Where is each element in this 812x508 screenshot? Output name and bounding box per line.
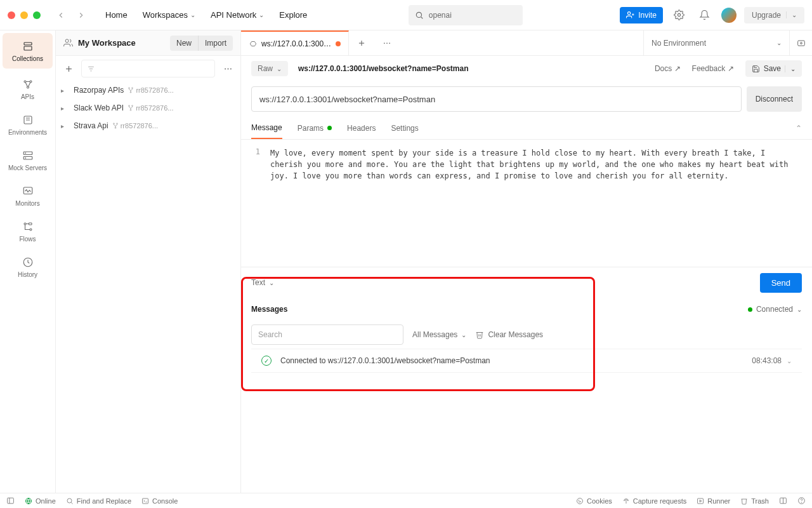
close-window-icon[interactable] bbox=[8, 11, 15, 19]
collection-item[interactable]: ▸ Strava Api rr8572876... bbox=[56, 117, 240, 135]
nav-explore[interactable]: Explore bbox=[275, 8, 311, 22]
nav-api-network[interactable]: API Network⌄ bbox=[207, 8, 268, 22]
disconnect-button[interactable]: Disconnect bbox=[747, 86, 802, 112]
fork-badge: rr8572876... bbox=[112, 122, 158, 130]
terminal-icon bbox=[141, 497, 149, 505]
rail-collections[interactable]: Collections bbox=[3, 33, 53, 69]
fork-badge: rr8572876... bbox=[128, 104, 173, 112]
protocol-selector[interactable]: Raw⌄ bbox=[251, 61, 288, 76]
chevron-down-icon[interactable]: ⌄ bbox=[786, 11, 797, 18]
chevron-down-icon: ⌄ bbox=[277, 65, 282, 72]
fork-icon bbox=[128, 105, 134, 111]
svg-rect-57 bbox=[698, 498, 704, 504]
rail-mock-servers[interactable]: Mock Servers bbox=[0, 142, 55, 178]
notifications-button[interactable] bbox=[696, 6, 714, 24]
url-input[interactable]: ws://127.0.0.1:3001/websocket?name=Postm… bbox=[251, 86, 742, 112]
cookies-button[interactable]: Cookies bbox=[576, 497, 612, 505]
environment-quick-look[interactable] bbox=[789, 30, 812, 55]
user-avatar[interactable] bbox=[721, 8, 737, 23]
svg-rect-19 bbox=[29, 223, 32, 225]
svg-rect-16 bbox=[23, 187, 32, 194]
svg-point-30 bbox=[129, 88, 130, 89]
users-icon bbox=[63, 38, 73, 48]
filter-input[interactable] bbox=[81, 60, 215, 77]
docs-link[interactable]: Docs ↗ bbox=[655, 64, 681, 73]
svg-point-42 bbox=[386, 43, 388, 44]
sidebar-more-button[interactable] bbox=[220, 61, 235, 76]
save-button[interactable]: Save ⌄ bbox=[745, 60, 802, 77]
capture-requests-button[interactable]: Capture requests bbox=[622, 497, 686, 505]
find-replace-button[interactable]: Find and Replace bbox=[66, 497, 131, 505]
new-tab-button[interactable] bbox=[349, 30, 374, 55]
tab-message[interactable]: Message bbox=[251, 117, 282, 139]
tab-headers[interactable]: Headers bbox=[347, 117, 376, 139]
nav-forward-button[interactable] bbox=[74, 8, 89, 23]
nav-back-button[interactable] bbox=[53, 8, 69, 23]
message-format-selector[interactable]: Text⌄ bbox=[251, 278, 274, 287]
search-icon bbox=[415, 11, 424, 20]
message-log-row[interactable]: ✓ Connected to ws://127.0.0.1:3001/webso… bbox=[251, 349, 802, 373]
svg-point-0 bbox=[416, 12, 421, 17]
workspace-title[interactable]: My Workspace bbox=[78, 38, 136, 48]
svg-rect-6 bbox=[24, 43, 32, 45]
send-button[interactable]: Send bbox=[760, 273, 802, 293]
collection-item[interactable]: ▸ Razorpay APIs rr8572876... bbox=[56, 81, 240, 99]
runner-button[interactable]: Runner bbox=[697, 497, 730, 505]
trash-button[interactable]: Trash bbox=[740, 497, 769, 505]
collections-list: ▸ Razorpay APIs rr8572876... ▸ Slack Web… bbox=[56, 81, 240, 493]
server-icon bbox=[22, 149, 34, 162]
connection-status[interactable]: Connected ⌄ bbox=[748, 305, 802, 314]
upgrade-button[interactable]: Upgrade⌄ bbox=[744, 7, 804, 23]
line-number: 1 bbox=[251, 147, 260, 259]
eye-icon bbox=[796, 38, 806, 48]
console-button[interactable]: Console bbox=[141, 497, 178, 505]
plus-icon bbox=[64, 64, 74, 74]
rail-environments[interactable]: Environments bbox=[0, 107, 55, 142]
toggle-sidebar-button[interactable] bbox=[6, 497, 15, 505]
help-button[interactable] bbox=[797, 497, 806, 505]
svg-point-56 bbox=[579, 502, 580, 502]
import-button[interactable]: Import bbox=[199, 36, 233, 51]
svg-point-36 bbox=[113, 123, 114, 124]
global-search[interactable]: openai bbox=[409, 5, 523, 25]
tabs-more-button[interactable] bbox=[374, 30, 400, 55]
minimize-window-icon[interactable] bbox=[20, 11, 28, 19]
rail-history[interactable]: History bbox=[0, 249, 55, 284]
tab-settings[interactable]: Settings bbox=[391, 117, 418, 139]
rail-monitors[interactable]: Monitors bbox=[0, 178, 55, 213]
trash-icon bbox=[740, 497, 748, 505]
chevron-down-icon: ⌄ bbox=[797, 306, 802, 313]
svg-point-54 bbox=[579, 500, 579, 500]
message-editor[interactable]: 1 My love, every moment spent by your si… bbox=[241, 140, 812, 267]
chevron-right-icon: ▸ bbox=[61, 105, 70, 112]
unsaved-indicator-icon bbox=[336, 41, 341, 46]
feedback-link[interactable]: Feedback ↗ bbox=[692, 64, 734, 73]
environment-selector[interactable]: No Environment ⌄ bbox=[643, 30, 789, 55]
bell-icon bbox=[699, 10, 710, 20]
messages-search[interactable]: Search bbox=[251, 324, 403, 345]
invite-button[interactable]: Invite bbox=[620, 7, 663, 23]
rail-apis[interactable]: APIs bbox=[0, 71, 55, 107]
chevron-down-icon[interactable]: ⌄ bbox=[785, 65, 796, 72]
request-tab[interactable]: ws://127.0.0.1:3001/wet bbox=[241, 30, 349, 55]
messages-filter[interactable]: All Messages⌄ bbox=[412, 330, 466, 339]
search-icon bbox=[66, 497, 74, 505]
two-pane-button[interactable] bbox=[779, 497, 787, 505]
svg-rect-7 bbox=[24, 46, 32, 50]
new-button[interactable]: New bbox=[170, 36, 199, 51]
svg-point-8 bbox=[24, 81, 26, 83]
nav-home[interactable]: Home bbox=[102, 8, 131, 22]
settings-button[interactable] bbox=[671, 6, 688, 24]
maximize-window-icon[interactable] bbox=[33, 11, 41, 19]
add-collection-button[interactable] bbox=[61, 61, 76, 76]
collection-item[interactable]: ▸ Slack Web API rr8572876... bbox=[56, 99, 240, 117]
svg-point-45 bbox=[800, 42, 802, 44]
status-online[interactable]: Online bbox=[25, 497, 56, 505]
collapse-request-button[interactable]: ⌃ bbox=[796, 124, 802, 133]
chevron-down-icon: ⌄ bbox=[776, 39, 782, 46]
tab-params[interactable]: Params bbox=[298, 117, 332, 139]
rail-flows[interactable]: Flows bbox=[0, 213, 55, 249]
nav-workspaces[interactable]: Workspaces⌄ bbox=[139, 8, 199, 22]
svg-point-33 bbox=[129, 105, 130, 107]
clear-messages-button[interactable]: Clear Messages bbox=[475, 330, 543, 339]
